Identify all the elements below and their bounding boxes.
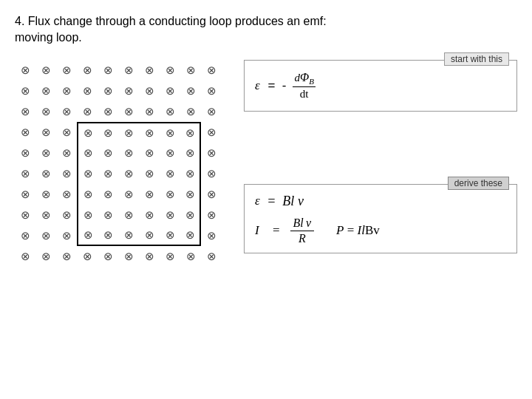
dot-cell: ⊗ — [118, 184, 139, 205]
dot-cell: ⊗ — [56, 205, 77, 225]
dot-cell: ⊗ — [201, 81, 222, 101]
dot-cell: ⊗ — [139, 246, 160, 267]
dot-cell: ⊗ — [56, 143, 77, 163]
dot-cell: ⊗ — [180, 60, 201, 81]
dot-grid: ⊗⊗⊗⊗⊗⊗⊗⊗⊗⊗⊗⊗⊗⊗⊗⊗⊗⊗⊗⊗⊗⊗⊗⊗⊗⊗⊗⊗⊗⊗⊗⊗⊗⊗⊗⊗⊗⊗⊗⊗… — [15, 60, 222, 267]
dot-cell: ⊗ — [160, 122, 180, 143]
dot-cell: ⊗ — [118, 205, 139, 225]
dot-cell: ⊗ — [118, 143, 139, 163]
derive-box: derive these ε = Bl v I = Bl v R P = IlB… — [244, 184, 517, 253]
dot-cell: ⊗ — [77, 122, 98, 143]
dot-cell: ⊗ — [160, 81, 180, 101]
derive-eq1: = Bl v — [264, 194, 304, 209]
dot-cell: ⊗ — [98, 81, 118, 101]
start-box-label: start with this — [444, 52, 509, 66]
dot-cell: ⊗ — [139, 81, 160, 101]
dot-cell: ⊗ — [139, 101, 160, 122]
current-numerator: Bl v — [290, 216, 315, 231]
dot-cell: ⊗ — [35, 163, 56, 184]
dot-cell: ⊗ — [201, 205, 222, 225]
dot-cell: ⊗ — [15, 60, 35, 81]
dot-cell: ⊗ — [118, 246, 139, 267]
dot-cell: ⊗ — [160, 246, 180, 267]
dot-cell: ⊗ — [201, 246, 222, 267]
derive-box-label: derive these — [448, 177, 509, 190]
dot-cell: ⊗ — [180, 122, 201, 143]
dot-cell: ⊗ — [118, 101, 139, 122]
equals-neg: = - — [265, 78, 287, 93]
dot-cell: ⊗ — [15, 163, 35, 184]
dot-cell: ⊗ — [98, 101, 118, 122]
dot-cell: ⊗ — [139, 205, 160, 225]
dot-cell: ⊗ — [180, 163, 201, 184]
dot-cell: ⊗ — [15, 143, 35, 163]
dot-cell: ⊗ — [201, 101, 222, 122]
dot-cell: ⊗ — [35, 246, 56, 267]
flux-denominator: dt — [299, 87, 310, 100]
dot-cell: ⊗ — [118, 122, 139, 143]
current-fraction: Bl v R — [290, 216, 315, 245]
dot-cell: ⊗ — [77, 225, 98, 246]
dot-cell: ⊗ — [35, 101, 56, 122]
dot-cell: ⊗ — [56, 163, 77, 184]
current-denominator: R — [296, 231, 309, 245]
dot-cell: ⊗ — [201, 163, 222, 184]
dot-cell: ⊗ — [180, 143, 201, 163]
dot-cell: ⊗ — [15, 205, 35, 225]
page: 4. Flux change through a conducting loop… — [0, 0, 532, 280]
dot-cell: ⊗ — [139, 122, 160, 143]
right-panel: start with this ε = - dΦB dt derive thes… — [229, 60, 517, 267]
derive-epsilon: ε — [255, 194, 260, 208]
dot-cell: ⊗ — [160, 225, 180, 246]
dot-cell: ⊗ — [56, 60, 77, 81]
main-area: ⊗⊗⊗⊗⊗⊗⊗⊗⊗⊗⊗⊗⊗⊗⊗⊗⊗⊗⊗⊗⊗⊗⊗⊗⊗⊗⊗⊗⊗⊗⊗⊗⊗⊗⊗⊗⊗⊗⊗⊗… — [15, 60, 517, 267]
dot-cell: ⊗ — [180, 101, 201, 122]
dot-cell: ⊗ — [180, 205, 201, 225]
dot-cell: ⊗ — [118, 225, 139, 246]
dot-cell: ⊗ — [160, 184, 180, 205]
dot-cell: ⊗ — [35, 60, 56, 81]
dot-cell: ⊗ — [98, 122, 118, 143]
dot-cell: ⊗ — [56, 81, 77, 101]
dot-cell: ⊗ — [77, 205, 98, 225]
dot-cell: ⊗ — [98, 60, 118, 81]
dot-cell: ⊗ — [201, 143, 222, 163]
dot-cell: ⊗ — [139, 143, 160, 163]
dot-cell: ⊗ — [15, 122, 35, 143]
dot-cell: ⊗ — [98, 184, 118, 205]
dot-cell: ⊗ — [180, 81, 201, 101]
dot-cell: ⊗ — [77, 184, 98, 205]
dot-cell: ⊗ — [201, 60, 222, 81]
dot-cell: ⊗ — [160, 60, 180, 81]
start-box: start with this ε = - dΦB dt — [244, 60, 517, 112]
dot-cell: ⊗ — [35, 143, 56, 163]
dot-cell: ⊗ — [139, 163, 160, 184]
dot-cell: ⊗ — [118, 81, 139, 101]
start-formula: ε = - dΦB dt — [255, 71, 506, 100]
dot-cell: ⊗ — [139, 225, 160, 246]
dot-cell: ⊗ — [139, 184, 160, 205]
flux-fraction: dΦB dt — [293, 71, 315, 100]
dot-cell: ⊗ — [118, 60, 139, 81]
dot-cell: ⊗ — [15, 81, 35, 101]
phi-symbol: ΦB — [300, 71, 314, 83]
dot-cell: ⊗ — [35, 205, 56, 225]
dot-cell: ⊗ — [56, 225, 77, 246]
dot-cell: ⊗ — [201, 225, 222, 246]
dot-cell: ⊗ — [56, 101, 77, 122]
dot-cell: ⊗ — [35, 81, 56, 101]
dot-cell: ⊗ — [98, 143, 118, 163]
dot-cell: ⊗ — [56, 122, 77, 143]
epsilon-symbol: ε — [255, 78, 260, 93]
derive-formula2: I = Bl v R P = IlBv — [255, 216, 506, 245]
dot-cell: ⊗ — [77, 246, 98, 267]
dot-cell: ⊗ — [77, 163, 98, 184]
dot-cell: ⊗ — [35, 225, 56, 246]
dot-cell: ⊗ — [56, 246, 77, 267]
page-title: 4. Flux change through a conducting loop… — [15, 13, 517, 47]
dot-cell: ⊗ — [201, 122, 222, 143]
derive-formula1: ε = Bl v — [255, 194, 506, 209]
dot-cell: ⊗ — [77, 101, 98, 122]
dot-cell: ⊗ — [160, 205, 180, 225]
dot-cell: ⊗ — [180, 184, 201, 205]
